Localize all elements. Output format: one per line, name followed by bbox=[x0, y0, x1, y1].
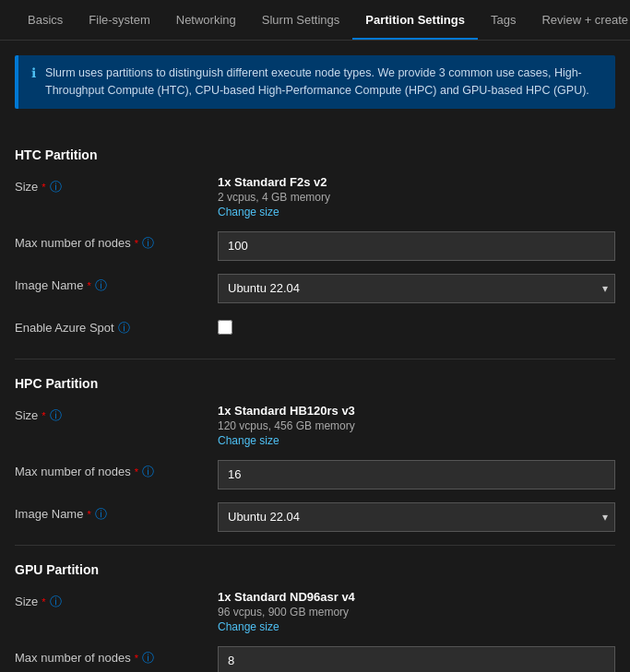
htc-max-nodes-info-icon[interactable]: ⓘ bbox=[142, 235, 154, 252]
htc-azure-spot-value bbox=[218, 316, 615, 337]
gpu-vm-detail: 96 vcpus, 900 GB memory bbox=[218, 606, 615, 619]
nav-item-file-system[interactable]: File-system bbox=[76, 2, 162, 40]
htc-vm-detail: 2 vcpus, 4 GB memory bbox=[218, 191, 615, 204]
htc-image-row: Image Name * ⓘ Ubuntu 20.04 Ubuntu 22.04… bbox=[15, 274, 615, 303]
htc-image-required: * bbox=[87, 280, 90, 291]
htc-section-heading: HTC Partition bbox=[15, 147, 615, 162]
hpc-vm-name: 1x Standard HB120rs v3 bbox=[218, 404, 615, 418]
hpc-change-size-link[interactable]: Change size bbox=[218, 434, 279, 447]
hpc-max-nodes-input[interactable] bbox=[218, 460, 615, 489]
gpu-max-nodes-info-icon[interactable]: ⓘ bbox=[142, 650, 154, 666]
hpc-vm-detail: 120 vcpus, 456 GB memory bbox=[218, 419, 615, 432]
nav-item-slurm-settings[interactable]: Slurm Settings bbox=[249, 2, 353, 40]
htc-azure-spot-info-icon[interactable]: ⓘ bbox=[118, 320, 130, 336]
nav-item-networking[interactable]: Networking bbox=[163, 2, 249, 40]
htc-azure-spot-label: Enable Azure Spot ⓘ bbox=[15, 316, 218, 336]
info-icon: ℹ bbox=[31, 65, 36, 80]
nav-item-partition-settings[interactable]: Partition Settings bbox=[352, 2, 478, 40]
htc-size-value: 1x Standard F2s v2 2 vcpus, 4 GB memory … bbox=[218, 175, 615, 218]
htc-max-nodes-required: * bbox=[135, 238, 138, 249]
htc-image-label: Image Name * ⓘ bbox=[15, 274, 218, 294]
htc-image-select-wrapper: Ubuntu 20.04 Ubuntu 22.04 Ubuntu 24.04 ▾ bbox=[218, 274, 615, 303]
nav-item-basics[interactable]: Basics bbox=[15, 2, 76, 40]
hpc-size-value: 1x Standard HB120rs v3 120 vcpus, 456 GB… bbox=[218, 404, 615, 447]
htc-size-row: Size * ⓘ 1x Standard F2s v2 2 vcpus, 4 G… bbox=[15, 175, 615, 218]
gpu-size-value: 1x Standard ND96asr v4 96 vcpus, 900 GB … bbox=[218, 590, 615, 633]
htc-max-nodes-row: Max number of nodes * ⓘ bbox=[15, 231, 615, 261]
hpc-image-info-icon[interactable]: ⓘ bbox=[95, 506, 107, 523]
hpc-size-row: Size * ⓘ 1x Standard HB120rs v3 120 vcpu… bbox=[15, 404, 615, 447]
gpu-max-nodes-value bbox=[218, 646, 615, 673]
htc-max-nodes-label: Max number of nodes * ⓘ bbox=[15, 231, 218, 252]
gpu-max-nodes-label: Max number of nodes * ⓘ bbox=[15, 646, 218, 666]
htc-azure-spot-row: Enable Azure Spot ⓘ bbox=[15, 316, 615, 346]
gpu-size-label: Size * ⓘ bbox=[15, 590, 218, 610]
hpc-max-nodes-info-icon[interactable]: ⓘ bbox=[142, 464, 154, 480]
hpc-image-required: * bbox=[87, 509, 90, 520]
hpc-size-required: * bbox=[42, 410, 45, 421]
htc-azure-spot-checkbox[interactable] bbox=[218, 320, 232, 335]
gpu-max-nodes-row: Max number of nodes * ⓘ bbox=[15, 646, 615, 673]
gpu-max-nodes-input[interactable] bbox=[218, 646, 615, 673]
gpu-vm-name: 1x Standard ND96asr v4 bbox=[218, 590, 615, 604]
hpc-image-select-wrapper: Ubuntu 20.04 Ubuntu 22.04 Ubuntu 24.04 ▾ bbox=[218, 502, 615, 532]
htc-image-info-icon[interactable]: ⓘ bbox=[95, 277, 107, 294]
top-nav: BasicsFile-systemNetworkingSlurm Setting… bbox=[0, 0, 630, 41]
hpc-max-nodes-required: * bbox=[135, 466, 138, 477]
gpu-max-nodes-required: * bbox=[135, 653, 138, 664]
htc-vm-name: 1x Standard F2s v2 bbox=[218, 175, 615, 189]
hpc-section-heading: HPC Partition bbox=[15, 376, 615, 391]
nav-item-review---create[interactable]: Review + create bbox=[529, 2, 630, 40]
hpc-size-info-icon[interactable]: ⓘ bbox=[50, 407, 62, 424]
htc-max-nodes-input[interactable] bbox=[218, 231, 615, 261]
info-banner: ℹ Slurm uses partitions to distinguish d… bbox=[15, 55, 615, 109]
htc-size-required: * bbox=[42, 182, 45, 193]
htc-hpc-divider bbox=[15, 359, 615, 360]
hpc-max-nodes-row: Max number of nodes * ⓘ bbox=[15, 460, 615, 489]
hpc-image-label: Image Name * ⓘ bbox=[15, 502, 218, 523]
hpc-size-label: Size * ⓘ bbox=[15, 404, 218, 424]
hpc-gpu-divider bbox=[15, 545, 615, 546]
htc-change-size-link[interactable]: Change size bbox=[218, 206, 279, 218]
gpu-size-info-icon[interactable]: ⓘ bbox=[50, 594, 62, 610]
gpu-size-required: * bbox=[42, 596, 45, 607]
hpc-image-row: Image Name * ⓘ Ubuntu 20.04 Ubuntu 22.04… bbox=[15, 502, 615, 532]
gpu-change-size-link[interactable]: Change size bbox=[218, 620, 279, 633]
main-content: HTC Partition Size * ⓘ 1x Standard F2s v… bbox=[0, 124, 630, 673]
hpc-max-nodes-label: Max number of nodes * ⓘ bbox=[15, 460, 218, 480]
gpu-size-row: Size * ⓘ 1x Standard ND96asr v4 96 vcpus… bbox=[15, 590, 615, 633]
htc-size-label: Size * ⓘ bbox=[15, 175, 218, 195]
hpc-image-select[interactable]: Ubuntu 20.04 Ubuntu 22.04 Ubuntu 24.04 bbox=[218, 502, 615, 532]
htc-image-select[interactable]: Ubuntu 20.04 Ubuntu 22.04 Ubuntu 24.04 bbox=[218, 274, 615, 303]
nav-item-tags[interactable]: Tags bbox=[478, 2, 529, 40]
hpc-max-nodes-value bbox=[218, 460, 615, 489]
info-banner-text: Slurm uses partitions to distinguish dif… bbox=[45, 65, 602, 100]
htc-size-info-icon[interactable]: ⓘ bbox=[50, 179, 62, 195]
gpu-section-heading: GPU Partition bbox=[15, 562, 615, 577]
htc-max-nodes-value bbox=[218, 231, 615, 261]
